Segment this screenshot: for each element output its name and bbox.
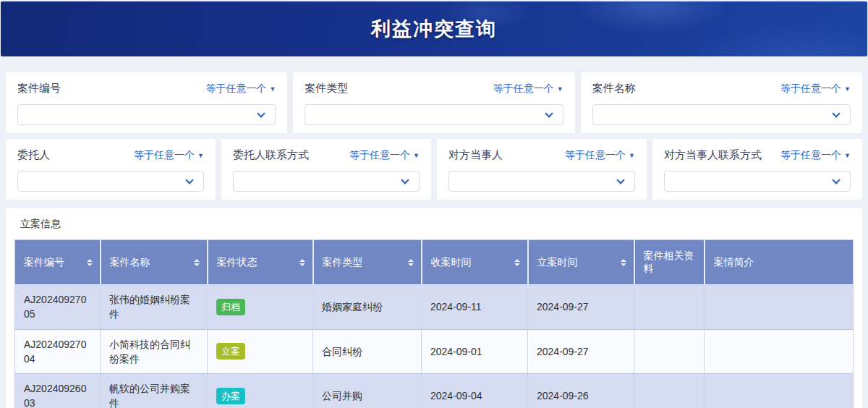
column-header-received-date[interactable]: 收案时间	[422, 240, 528, 285]
sort-icon[interactable]	[299, 259, 305, 266]
chevron-down-icon	[185, 176, 193, 184]
cell-filed-date: 2024-09-27	[528, 285, 634, 330]
sort-icon[interactable]	[514, 259, 520, 266]
cell-brief	[705, 374, 854, 408]
column-header-materials: 案件相关资料	[634, 240, 705, 285]
cell-case-number: AJ20240926003	[15, 374, 101, 408]
filter-label: 委托人联系方式	[233, 148, 309, 162]
column-header-filed-date[interactable]: 立案时间	[528, 240, 634, 285]
table-header-row: 案件编号 案件名称 案件状态 案件类型 收案时间 立案时间 案件相关资料 案情简…	[15, 240, 854, 285]
cell-case-number: AJ20240927004	[15, 329, 101, 374]
filter-select[interactable]	[233, 171, 420, 192]
cell-received-date: 2024-09-04	[422, 374, 528, 408]
chevron-down-icon	[545, 109, 553, 117]
filter-select[interactable]	[17, 171, 204, 192]
sort-icon[interactable]	[194, 259, 200, 266]
filter-select[interactable]	[305, 104, 563, 125]
cell-brief	[705, 285, 854, 330]
filter-label: 对方当事人	[448, 148, 503, 162]
cell-received-date: 2024-09-01	[422, 329, 528, 374]
sort-icon[interactable]	[621, 259, 626, 266]
status-badge: 立案	[216, 343, 245, 360]
cell-case-number: AJ20240927005	[15, 285, 101, 330]
filter-operator-dropdown[interactable]: 等于任意一个▼	[493, 82, 563, 95]
column-header-case-status[interactable]: 案件状态	[208, 240, 313, 285]
filter-card-client-contact: 委托人联系方式 等于任意一个▼	[221, 139, 431, 200]
filter-row-1: 案件编号 等于任意一个▼ 案件类型 等于任意一个▼ 案件名称 等于任意一个▼	[6, 72, 862, 133]
table-row: AJ20240926003 帆软的公司并购案件 办案 公司并购 2024-09-…	[15, 374, 854, 408]
column-header-case-name[interactable]: 案件名称	[101, 240, 208, 285]
filter-operator-dropdown[interactable]: 等于任意一个▼	[134, 149, 204, 162]
caret-down-icon: ▼	[557, 85, 563, 93]
cell-materials	[634, 374, 705, 408]
status-badge: 归档	[216, 299, 245, 315]
filter-operator-dropdown[interactable]: 等于任意一个▼	[780, 149, 851, 162]
caret-down-icon: ▼	[629, 152, 635, 159]
caret-down-icon: ▼	[413, 152, 420, 159]
filter-label: 案件编号	[17, 82, 61, 95]
filter-label: 案件类型	[305, 82, 348, 95]
filter-card-case-name: 案件名称 等于任意一个▼	[581, 72, 862, 133]
chevron-down-icon	[832, 109, 840, 117]
cell-materials	[634, 285, 705, 330]
filter-card-case-type: 案件类型 等于任意一个▼	[293, 72, 574, 133]
filter-card-opposing-party: 对方当事人 等于任意一个▼	[437, 139, 647, 200]
cell-case-status: 办案	[208, 374, 313, 408]
chevron-down-icon	[832, 176, 840, 184]
chevron-down-icon	[616, 176, 624, 184]
cell-case-type: 公司并购	[313, 374, 422, 408]
cell-case-name: 小简科技的合同纠纷案件	[101, 329, 208, 374]
cell-materials	[634, 329, 705, 374]
caret-down-icon: ▼	[197, 152, 204, 159]
filter-card-client: 委托人 等于任意一个▼	[6, 139, 216, 200]
page-header-banner: 利益冲突查询	[1, 1, 867, 56]
caret-down-icon: ▼	[844, 152, 851, 159]
cell-case-name: 张伟的婚姻纠纷案件	[101, 285, 208, 330]
page-title: 利益冲突查询	[371, 16, 497, 42]
case-table: 案件编号 案件名称 案件状态 案件类型 收案时间 立案时间 案件相关资料 案情简…	[14, 239, 854, 408]
column-header-brief: 案情简介	[705, 240, 854, 285]
filter-operator-dropdown[interactable]: 等于任意一个▼	[780, 82, 851, 95]
filter-operator-dropdown[interactable]: 等于任意一个▼	[565, 149, 635, 162]
status-badge: 办案	[216, 388, 245, 404]
cell-case-type: 婚姻家庭纠纷	[313, 285, 422, 330]
filter-label: 委托人	[17, 148, 50, 162]
cell-case-status: 归档	[208, 285, 313, 330]
filter-operator-dropdown[interactable]: 等于任意一个▼	[205, 82, 276, 95]
table-row: AJ20240927004 小简科技的合同纠纷案件 立案 合同纠纷 2024-0…	[15, 329, 854, 374]
sort-icon[interactable]	[87, 259, 93, 266]
column-header-case-type[interactable]: 案件类型	[313, 240, 422, 285]
filter-card-case-number: 案件编号 等于任意一个▼	[6, 72, 287, 133]
cell-case-name: 帆软的公司并购案件	[101, 374, 208, 408]
filter-operator-dropdown[interactable]: 等于任意一个▼	[349, 149, 420, 162]
cell-filed-date: 2024-09-26	[528, 374, 634, 408]
section-title: 立案信息	[20, 218, 854, 231]
caret-down-icon: ▼	[844, 85, 851, 93]
table-row: AJ20240927005 张伟的婚姻纠纷案件 归档 婚姻家庭纠纷 2024-0…	[15, 285, 854, 330]
caret-down-icon: ▼	[269, 85, 276, 93]
cell-received-date: 2024-09-11	[422, 285, 528, 330]
case-filing-section: 立案信息 案件编号 案件名称 案件状态 案件类型 收案时间 立案时间 案件相关资…	[6, 208, 862, 408]
filter-select[interactable]	[664, 171, 851, 192]
cell-case-type: 合同纠纷	[313, 329, 422, 374]
chevron-down-icon	[401, 176, 409, 184]
cell-brief	[705, 329, 854, 374]
filter-select[interactable]	[17, 104, 276, 125]
column-header-case-number[interactable]: 案件编号	[15, 240, 101, 285]
cell-filed-date: 2024-09-27	[528, 329, 634, 374]
sort-icon[interactable]	[408, 259, 414, 266]
filter-label: 对方当事人联系方式	[664, 148, 762, 162]
filter-select[interactable]	[448, 171, 635, 192]
chevron-down-icon	[258, 109, 265, 117]
filter-label: 案件名称	[592, 82, 636, 95]
filter-card-opposing-party-contact: 对方当事人联系方式 等于任意一个▼	[652, 139, 862, 200]
filter-select[interactable]	[592, 104, 851, 125]
cell-case-status: 立案	[208, 329, 313, 374]
filter-row-2: 委托人 等于任意一个▼ 委托人联系方式 等于任意一个▼ 对方当事人 等于任意一个…	[6, 139, 862, 200]
